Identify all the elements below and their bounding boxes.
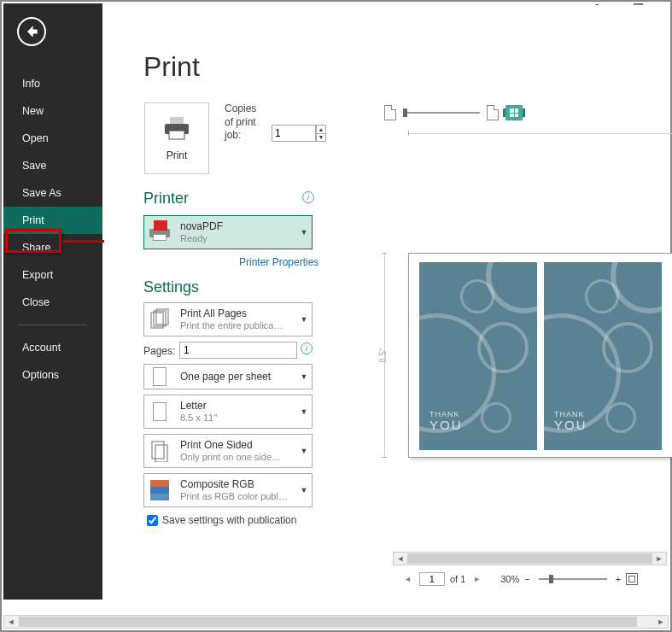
card-you: YOU: [429, 418, 463, 431]
sidebar-item-save[interactable]: Save: [3, 152, 102, 179]
pages-info-icon[interactable]: i: [301, 342, 313, 354]
sidebar-item-share[interactable]: Share: [3, 234, 102, 261]
one-sided-icon: [144, 435, 175, 467]
page-icon[interactable]: [487, 105, 499, 120]
sides-dropdown[interactable]: Print One SidedOnly print on one side… ▼: [143, 434, 313, 468]
sides-title: Print One Sided: [180, 439, 253, 451]
annotation-pointer-end: [154, 220, 167, 231]
single-page-icon: [144, 365, 175, 389]
zoom-in-button[interactable]: +: [616, 574, 621, 584]
copies-input[interactable]: [272, 125, 316, 142]
preview-card-left: THANKYOU: [419, 262, 537, 450]
printer-info-icon[interactable]: i: [302, 191, 314, 203]
color-title: Composite RGB: [180, 478, 254, 490]
printer-icon: [163, 115, 190, 141]
page-total: of 1: [450, 574, 465, 584]
svg-rect-3: [151, 313, 163, 328]
preview-h-scrollbar[interactable]: ◄►: [393, 552, 667, 565]
print-button[interactable]: Print: [144, 102, 209, 174]
page-icon[interactable]: [384, 105, 396, 120]
printer-dropdown[interactable]: novaPDFReady ▼: [143, 215, 313, 249]
chevron-down-icon: ▼: [296, 407, 312, 416]
preview-slider[interactable]: [403, 112, 480, 114]
sidebar-item-new[interactable]: New: [3, 97, 102, 125]
section-printer-heading: Printer: [143, 190, 189, 208]
print-scope-sub: Print the entire publica…: [180, 320, 291, 331]
save-settings-input[interactable]: [147, 515, 158, 526]
color-dropdown[interactable]: Composite RGBPrint as RGB color publ… ▼: [143, 473, 313, 507]
back-button[interactable]: [17, 17, 46, 46]
sidebar-item-open[interactable]: Open: [3, 125, 102, 152]
sides-sub: Only print on one side…: [180, 452, 291, 463]
copies-label: Copies of print job:: [225, 102, 259, 143]
svg-rect-4: [154, 311, 166, 326]
print-preview-area: 11" 8.5" THANKYOU THANKYOU ◄► ◄ of 1 ► 3…: [342, 99, 667, 591]
preview-toolbar: [384, 99, 667, 126]
chevron-down-icon: ▼: [296, 315, 312, 324]
fit-page-button[interactable]: [626, 573, 638, 585]
zoom-slider[interactable]: [539, 578, 607, 580]
multi-page-toggle[interactable]: [505, 105, 523, 120]
preview-card-right: THANKYOU: [544, 262, 662, 450]
svg-rect-1: [170, 117, 184, 124]
sidebar-item-info[interactable]: Info: [3, 70, 102, 97]
section-settings-heading: Settings: [143, 278, 199, 296]
zoom-value: 30%: [500, 574, 519, 584]
backstage-sidebar: Info New Open Save Save As Print Share E…: [3, 3, 102, 600]
svg-rect-2: [169, 131, 184, 139]
layout-dropdown[interactable]: One page per sheet ▼: [143, 364, 313, 389]
sidebar-item-saveas[interactable]: Save As: [3, 179, 102, 207]
paper-title: Letter: [180, 400, 207, 412]
save-settings-checkbox[interactable]: Save settings with publication: [147, 514, 296, 526]
chevron-down-icon: ▼: [296, 486, 312, 494]
vertical-ruler: 8.5": [384, 253, 385, 458]
save-settings-label: Save settings with publication: [162, 514, 296, 526]
color-swatch-icon: [144, 474, 175, 506]
printer-status: Ready: [180, 233, 291, 244]
pages-stack-icon: [144, 303, 175, 336]
card-you: YOU: [554, 418, 587, 431]
prev-page-button[interactable]: ◄: [401, 575, 414, 583]
page-number-input[interactable]: [419, 572, 445, 586]
sidebar-item-print[interactable]: Print: [3, 207, 102, 234]
paper-icon: [144, 395, 175, 428]
print-scope-title: Print All Pages: [180, 307, 247, 319]
paper-sub: 8.5 x 11": [180, 413, 291, 424]
preview-paper: THANKYOU THANKYOU: [408, 253, 672, 458]
print-scope-dropdown[interactable]: Print All PagesPrint the entire publica……: [143, 302, 313, 336]
svg-rect-6: [152, 442, 164, 459]
sidebar-item-close[interactable]: Close: [3, 289, 102, 316]
copies-spinner[interactable]: ▲▼: [316, 125, 326, 142]
pages-label: Pages:: [143, 345, 175, 357]
horizontal-ruler: 11": [408, 133, 672, 134]
sidebar-item-export[interactable]: Export: [3, 261, 102, 289]
color-sub: Print as RGB color publ…: [180, 491, 291, 502]
zoom-out-button[interactable]: −: [524, 574, 529, 584]
chevron-down-icon: ▼: [296, 447, 312, 455]
preview-footer: ◄ of 1 ► 30% − +: [401, 571, 667, 588]
paper-size-dropdown[interactable]: Letter8.5 x 11" ▼: [143, 395, 313, 429]
chevron-down-icon: ▼: [296, 372, 312, 381]
printer-properties-link[interactable]: Printer Properties: [239, 256, 318, 268]
svg-rect-5: [156, 309, 168, 325]
next-page-button[interactable]: ►: [470, 575, 483, 583]
svg-rect-7: [155, 445, 167, 462]
printer-name: novaPDF: [180, 220, 223, 232]
chevron-down-icon: ▼: [296, 228, 312, 237]
sidebar-item-options[interactable]: Options: [3, 361, 102, 389]
sidebar-item-account[interactable]: Account: [3, 334, 102, 361]
window-h-scrollbar[interactable]: ◄►: [3, 615, 669, 629]
layout-title: One page per sheet: [180, 371, 271, 383]
print-button-label: Print: [167, 149, 188, 161]
page-title: Print: [143, 51, 200, 83]
pages-input[interactable]: [179, 342, 297, 359]
